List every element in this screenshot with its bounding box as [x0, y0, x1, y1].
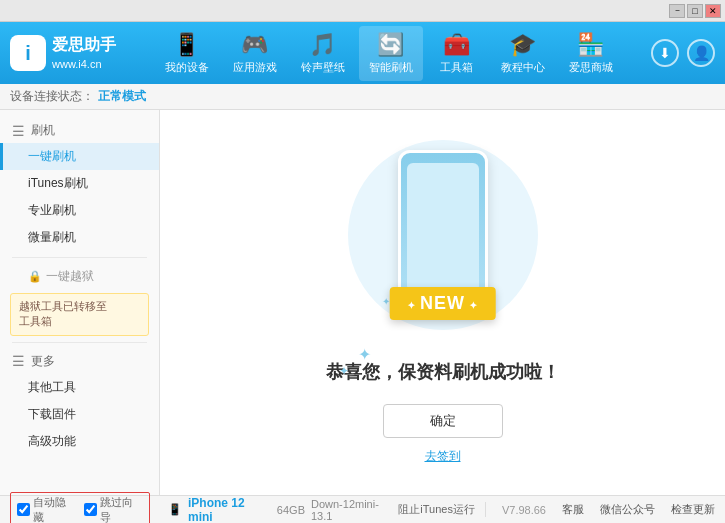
status-bar: 设备连接状态： 正常模式 — [0, 84, 725, 110]
itunes-status: 阻止iTunes运行 — [398, 502, 486, 517]
sidebar-item-pro-flash[interactable]: 专业刷机 — [0, 197, 159, 224]
more-section-label: 更多 — [31, 353, 55, 370]
bottom-left: 自动隐藏 跳过向导 📱 iPhone 12 mini 64GB Down-12m… — [10, 492, 398, 524]
sidebar-divider-2 — [12, 342, 147, 343]
header: i 爱思助手 www.i4.cn 📱 我的设备 🎮 应用游戏 🎵 铃声壁纸 🔄 … — [0, 22, 725, 84]
sparkle-2: ✦ — [339, 364, 349, 378]
sidebar-item-other-tools[interactable]: 其他工具 — [0, 374, 159, 401]
nav-store-label: 爱思商城 — [569, 60, 613, 75]
toolbox-icon: 🧰 — [443, 32, 470, 58]
checkbox-group: 自动隐藏 跳过向导 — [10, 492, 150, 524]
success-illustration: ✦ ✦ ✦ NEW — [343, 140, 543, 340]
device-icon: 📱 — [168, 503, 182, 516]
jailbreak-label: 一键越狱 — [46, 268, 94, 285]
sidebar-item-itunes-flash[interactable]: iTunes刷机 — [0, 170, 159, 197]
logo-text: 爱思助手 www.i4.cn — [52, 34, 116, 72]
sidebar-divider-1 — [12, 257, 147, 258]
maximize-button[interactable]: □ — [687, 4, 703, 18]
device-capacity: 64GB — [277, 504, 305, 516]
more-section-icon: ☰ — [12, 353, 25, 369]
bottom-bar: 自动隐藏 跳过向导 📱 iPhone 12 mini 64GB Down-12m… — [0, 495, 725, 523]
nav-my-device[interactable]: 📱 我的设备 — [155, 26, 219, 81]
sidebar-item-download-firmware[interactable]: 下载固件 — [0, 401, 159, 428]
sidebar-section-flash[interactable]: ☰ 刷机 — [0, 118, 159, 143]
sidebar-item-advanced[interactable]: 高级功能 — [0, 428, 159, 455]
goto-daily-link[interactable]: 去签到 — [425, 448, 461, 465]
bottom-right: 阻止iTunes运行 V7.98.66 客服 微信公众号 检查更新 — [398, 502, 715, 517]
smart-flash-icon: 🔄 — [377, 32, 404, 58]
wechat-link[interactable]: 微信公众号 — [600, 502, 655, 517]
device-name: iPhone 12 mini — [188, 496, 271, 524]
my-device-icon: 📱 — [173, 32, 200, 58]
status-value: 正常模式 — [98, 88, 146, 105]
phone-body — [398, 150, 488, 305]
device-model: Down-12mini-13.1 — [311, 498, 398, 522]
sidebar-item-micro-flash[interactable]: 微量刷机 — [0, 224, 159, 251]
check-update-link[interactable]: 检查更新 — [671, 502, 715, 517]
nav-items: 📱 我的设备 🎮 应用游戏 🎵 铃声壁纸 🔄 智能刷机 🧰 工具箱 🎓 教程中心… — [136, 26, 641, 81]
nav-smart-flash[interactable]: 🔄 智能刷机 — [359, 26, 423, 81]
store-icon: 🏪 — [577, 32, 604, 58]
success-title: 恭喜您，保资料刷机成功啦！ — [326, 360, 560, 384]
main-layout: ☰ 刷机 一键刷机 iTunes刷机 专业刷机 微量刷机 🔒 一键越狱 越狱工具… — [0, 110, 725, 495]
confirm-button[interactable]: 确定 — [383, 404, 503, 438]
flash-section-label: 刷机 — [31, 122, 55, 139]
logo-main: 爱思助手 — [52, 34, 116, 56]
nav-ringtone[interactable]: 🎵 铃声壁纸 — [291, 26, 355, 81]
nav-app-game-label: 应用游戏 — [233, 60, 277, 75]
lock-icon: 🔒 — [28, 270, 42, 283]
title-bar: － □ ✕ — [0, 0, 725, 22]
logo-sub: www.i4.cn — [52, 57, 116, 72]
sidebar: ☰ 刷机 一键刷机 iTunes刷机 专业刷机 微量刷机 🔒 一键越狱 越狱工具… — [0, 110, 160, 495]
nav-app-game[interactable]: 🎮 应用游戏 — [223, 26, 287, 81]
minimize-button[interactable]: － — [669, 4, 685, 18]
tutorial-icon: 🎓 — [509, 32, 536, 58]
nav-toolbox-label: 工具箱 — [440, 60, 473, 75]
jailbreak-notice: 越狱工具已转移至工具箱 — [10, 293, 149, 336]
content-area: ✦ ✦ ✦ NEW 恭喜您，保资料刷机成功啦！ 确定 去签到 — [160, 110, 725, 495]
skip-wizard-label: 跳过向导 — [100, 495, 143, 524]
nav-ringtone-label: 铃声壁纸 — [301, 60, 345, 75]
new-ribbon: NEW — [389, 287, 496, 320]
skip-wizard-input[interactable] — [84, 503, 97, 516]
sidebar-section-more[interactable]: ☰ 更多 — [0, 349, 159, 374]
status-label: 设备连接状态： — [10, 88, 94, 105]
ringtone-icon: 🎵 — [309, 32, 336, 58]
nav-smart-flash-label: 智能刷机 — [369, 60, 413, 75]
user-button[interactable]: 👤 — [687, 39, 715, 67]
nav-tutorial[interactable]: 🎓 教程中心 — [491, 26, 555, 81]
customer-service-link[interactable]: 客服 — [562, 502, 584, 517]
close-button[interactable]: ✕ — [705, 4, 721, 18]
nav-toolbox[interactable]: 🧰 工具箱 — [427, 26, 487, 81]
auto-hide-input[interactable] — [17, 503, 30, 516]
nav-tutorial-label: 教程中心 — [501, 60, 545, 75]
sidebar-item-onekey-flash[interactable]: 一键刷机 — [0, 143, 159, 170]
phone-screen — [407, 163, 479, 292]
logo: i 爱思助手 www.i4.cn — [10, 34, 116, 72]
app-game-icon: 🎮 — [241, 32, 268, 58]
skip-wizard-checkbox[interactable]: 跳过向导 — [84, 495, 143, 524]
nav-my-device-label: 我的设备 — [165, 60, 209, 75]
nav-right: ⬇ 👤 — [651, 39, 715, 67]
flash-section-icon: ☰ — [12, 123, 25, 139]
nav-store[interactable]: 🏪 爱思商城 — [559, 26, 623, 81]
download-button[interactable]: ⬇ — [651, 39, 679, 67]
phone-graphic — [398, 150, 488, 310]
sparkle-1: ✦ — [358, 346, 371, 363]
auto-hide-checkbox[interactable]: 自动隐藏 — [17, 495, 76, 524]
device-info: 📱 iPhone 12 mini 64GB Down-12mini-13.1 — [168, 496, 398, 524]
auto-hide-label: 自动隐藏 — [33, 495, 76, 524]
sidebar-section-jailbreak: 🔒 一键越狱 — [0, 264, 159, 289]
version: V7.98.66 — [502, 504, 546, 516]
logo-icon: i — [10, 35, 46, 71]
